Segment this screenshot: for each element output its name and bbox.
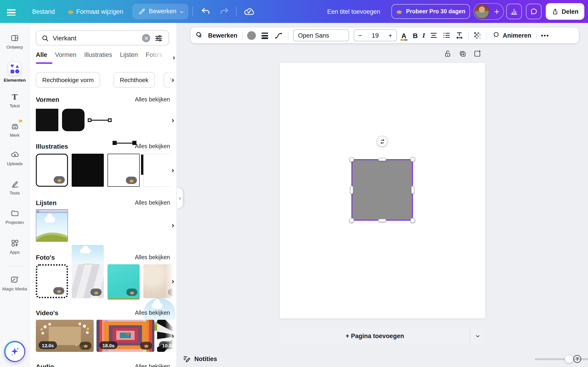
animate-button[interactable]: Animeren <box>492 31 531 40</box>
search-input[interactable] <box>52 31 130 45</box>
bewerken-dropdown[interactable]: Bewerken <box>132 4 188 19</box>
illustraties-scroll-chevron-icon[interactable]: › <box>172 167 174 174</box>
insights-button[interactable] <box>506 4 522 19</box>
unlock-icon[interactable] <box>444 50 452 58</box>
sidebar-item-ontwerp[interactable]: Ontwerp <box>0 34 29 50</box>
edit-image-icon[interactable] <box>195 31 204 40</box>
font-size-increase[interactable]: + <box>389 32 392 39</box>
shape-square[interactable] <box>36 109 58 131</box>
resize-handle-right[interactable] <box>411 186 414 194</box>
help-button[interactable]: ? <box>573 355 581 363</box>
notes-button[interactable]: Notities <box>183 355 217 363</box>
try-pro-button[interactable]: Probeer Pro 30 dagen <box>391 4 470 19</box>
see-all-fotos[interactable]: Alles bekijken <box>135 254 170 261</box>
add-page-dropdown[interactable] <box>470 333 485 339</box>
clear-search-icon[interactable] <box>142 34 150 42</box>
redo-icon[interactable] <box>219 6 229 17</box>
see-all-vormen[interactable]: Alles bekijken <box>135 96 170 103</box>
photo-crumpled-paper[interactable] <box>72 264 104 298</box>
add-page-icon[interactable] <box>473 50 481 58</box>
fill-color-swatch[interactable] <box>247 31 256 40</box>
bold-button[interactable]: B <box>413 31 418 39</box>
sidebar-item-tekst[interactable]: T Tekst <box>0 93 29 108</box>
add-page-button[interactable]: + Pagina toevoegen <box>280 328 485 344</box>
share-button[interactable]: Delen <box>546 3 584 20</box>
fotos-scroll-chevron-icon[interactable]: › <box>172 277 174 285</box>
font-family-select[interactable]: Open Sans <box>293 29 349 41</box>
design-title[interactable]: Een titel toevoegen <box>326 8 381 15</box>
shape-line-hollow-ends[interactable] <box>88 109 112 132</box>
sidebar-item-apps[interactable]: Apps <box>0 239 29 255</box>
more-options-button[interactable]: ••• <box>541 32 549 39</box>
bullet-list-icon[interactable] <box>443 31 451 40</box>
toolbar-bewerken-label[interactable]: Bewerken <box>208 32 237 39</box>
see-all-videos[interactable]: Alles bekijken <box>135 310 170 316</box>
sidebar-item-projecten[interactable]: Projecten <box>0 209 29 225</box>
resize-handle-bottom-left[interactable] <box>349 218 354 223</box>
tab-vormen[interactable]: Vormen <box>55 51 77 58</box>
filter-sliders-icon[interactable] <box>154 34 163 43</box>
sidebar-item-merk[interactable]: co Merk <box>0 122 29 138</box>
undo-icon[interactable] <box>201 6 211 17</box>
cloud-save-icon[interactable] <box>243 6 254 17</box>
search-icon <box>41 34 49 42</box>
resize-handle-top[interactable] <box>378 158 386 161</box>
chip-rechthoek[interactable]: Rechthoek <box>113 72 155 88</box>
tab-illustraties[interactable]: Illustraties <box>84 51 112 58</box>
tab-alle[interactable]: Alle <box>36 51 47 58</box>
text-align-icon[interactable] <box>430 31 438 40</box>
zoom-slider-knob[interactable] <box>565 355 573 363</box>
vormen-scroll-chevron-icon[interactable]: › <box>172 117 174 124</box>
tabs-scroll-chevron-icon[interactable]: › <box>173 53 175 61</box>
chip-rechthoekige-vorm[interactable]: Rechthoekige vorm <box>36 72 100 88</box>
illustration-filled-square[interactable] <box>72 154 104 187</box>
tab-fotos[interactable]: Foto's <box>146 51 162 58</box>
illustration-square-outline-thin[interactable] <box>107 154 140 187</box>
add-member-icon[interactable] <box>493 8 500 15</box>
rotate-handle[interactable] <box>377 136 388 147</box>
sidebar-item-uploads[interactable]: Uploads <box>0 150 29 166</box>
videos-scroll-chevron-icon[interactable]: › <box>172 332 174 340</box>
menu-icon[interactable] <box>7 8 16 17</box>
transparency-icon[interactable] <box>473 31 482 40</box>
border-style-icon[interactable] <box>260 31 269 40</box>
comments-button[interactable] <box>526 4 542 19</box>
selected-square-element[interactable] <box>351 159 413 221</box>
menu-bestand[interactable]: Bestand <box>32 8 55 15</box>
shape-line-solid-ends[interactable] <box>112 132 137 155</box>
chips-scroll-chevron-icon[interactable]: › <box>172 76 174 83</box>
lijsten-scroll-chevron-icon[interactable]: › <box>172 222 174 229</box>
shape-rounded-square[interactable] <box>62 109 85 131</box>
illustration-square-outline-thick[interactable] <box>36 154 68 187</box>
resize-handle-top-right[interactable] <box>410 157 415 162</box>
resize-handle-left[interactable] <box>350 186 353 194</box>
resize-handle-top-left[interactable] <box>349 157 354 162</box>
font-size-value[interactable]: 19 <box>372 32 379 39</box>
resize-handle-bottom[interactable] <box>378 219 386 222</box>
video-cotton-wood[interactable]: 12.0s <box>36 320 94 352</box>
avatar[interactable] <box>474 4 490 19</box>
font-size-decrease[interactable]: − <box>358 32 362 39</box>
photo-scalloped-frame[interactable] <box>36 264 68 298</box>
search-box[interactable] <box>36 30 169 45</box>
tab-lijsten[interactable]: Lijsten <box>120 51 138 58</box>
photo-teal-texture[interactable] <box>107 264 140 298</box>
sidebar-item-tools[interactable]: Tools <box>0 180 29 195</box>
letter-spacing-icon[interactable] <box>456 31 464 40</box>
panel-collapse-handle[interactable]: ‹ <box>177 188 183 208</box>
see-all-illustraties[interactable]: Alles bekijken <box>135 143 170 150</box>
duplicate-page-icon[interactable] <box>458 50 467 58</box>
canva-assistant-button[interactable] <box>4 341 25 362</box>
menu-formaat-wijzigen[interactable]: Formaat wijzigen <box>76 8 123 15</box>
see-all-lijsten[interactable]: Alles bekijken <box>135 200 170 206</box>
divider <box>6 266 23 267</box>
sidebar-item-elementen[interactable]: ♥▲ Elementen <box>0 62 29 83</box>
line-curve-icon[interactable] <box>274 31 284 40</box>
text-color-button[interactable]: A <box>401 32 406 39</box>
resize-handle-bottom-right[interactable] <box>410 218 415 223</box>
see-all-audio[interactable]: Alles bekijken <box>135 363 170 367</box>
video-concentric-squares[interactable]: 18.0s <box>96 320 154 352</box>
sidebar-item-magic-media[interactable]: Magic Media <box>0 275 29 291</box>
italic-button[interactable]: I <box>422 31 425 39</box>
list-template-window[interactable] <box>36 209 68 242</box>
